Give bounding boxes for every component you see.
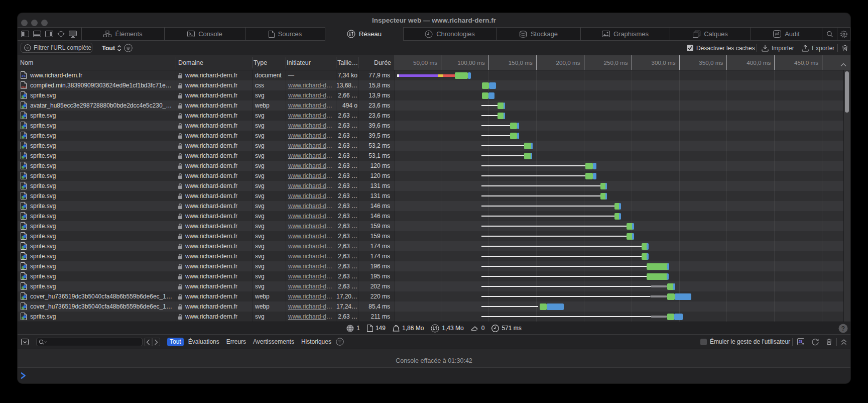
- svg-text:JS: JS: [799, 340, 803, 343]
- svg-text:css: css: [21, 85, 27, 88]
- svg-text:<>: <>: [22, 74, 26, 78]
- svg-text:?: ?: [841, 325, 845, 332]
